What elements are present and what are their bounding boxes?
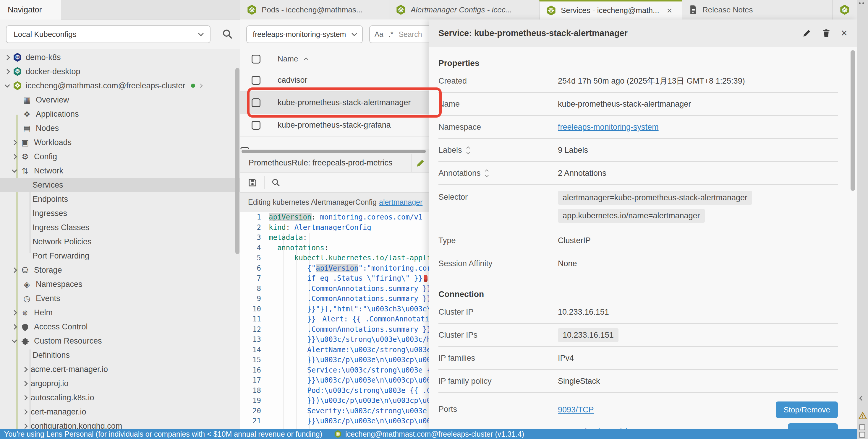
- list-toolbar: freeleaps-monitoring-system Aa .* Search: [240, 20, 429, 49]
- row-checkbox[interactable]: [252, 76, 260, 85]
- sidebar-item-network[interactable]: ⇅Network: [0, 164, 240, 178]
- chevron-right-icon: [11, 154, 17, 159]
- sidebar-item-helm[interactable]: ⎈Helm: [0, 305, 240, 319]
- tab-partial[interactable]: ☸: [832, 0, 857, 20]
- tab-bar: Navigator ☸ Pods - icecheng@mathmas... ☸…: [0, 0, 857, 20]
- match-case-toggle[interactable]: Aa: [375, 30, 383, 38]
- kubernetes-icon: ☸: [13, 67, 22, 76]
- sidebar-item-namespaces[interactable]: ◈Namespaces: [0, 277, 240, 291]
- forward-button[interactable]: Forward...: [788, 423, 838, 429]
- code-line: 16 Service:\u003c/strong\u003e {: [240, 365, 429, 375]
- code-line: 14 AlertName:\u003c/strong\u003e: [240, 345, 429, 355]
- table-row-partial[interactable]: kube-prometheus-stack-kube-state-metrics: [240, 136, 429, 149]
- sort-toggle-icon[interactable]: [486, 170, 488, 177]
- tab-release-notes[interactable]: Release Notes: [682, 0, 832, 20]
- sidebar-item-config[interactable]: ⚙Config: [0, 149, 240, 164]
- edit-rule-button[interactable]: [411, 154, 429, 172]
- document-icon: [689, 5, 698, 14]
- drawer-scrollbar[interactable]: [850, 50, 855, 191]
- row-checkbox[interactable]: [252, 121, 260, 130]
- sidebar-item-ingress-classes[interactable]: Ingress Classes: [0, 221, 240, 235]
- chevron-left-icon[interactable]: [860, 396, 864, 401]
- name-column-header[interactable]: Name: [278, 54, 298, 64]
- chevron-right-icon: [11, 310, 17, 315]
- sidebar-item-applications[interactable]: ❖Applications: [0, 107, 240, 121]
- edit-service-button[interactable]: [802, 28, 811, 38]
- sidebar-item-storage[interactable]: ⛁Storage: [0, 263, 240, 277]
- sidebar-item-port-forwarding[interactable]: Port Forwarding: [0, 249, 240, 263]
- sort-toggle-icon[interactable]: [467, 147, 469, 154]
- sidebar-item-argoproj[interactable]: argoproj.io: [0, 376, 240, 391]
- select-all-checkbox[interactable]: [252, 55, 260, 64]
- search-icon[interactable]: [222, 28, 233, 41]
- stop-remove-button[interactable]: Stop/Remove: [776, 402, 838, 418]
- sidebar-item-endpoints[interactable]: Endpoints: [0, 192, 240, 206]
- service-details-drawer: Service: kube-prometheus-stack-alertmana…: [429, 20, 857, 429]
- connection-heading: Connection: [438, 288, 838, 301]
- kubernetes-icon: ☸: [334, 430, 342, 438]
- delete-service-button[interactable]: [822, 28, 831, 38]
- scrollbar-thumb[interactable]: [242, 150, 426, 153]
- selector-badge: app.kubernetes.io/name=alertmanager: [558, 209, 705, 223]
- sidebar-item-nodes[interactable]: ▤Nodes: [0, 121, 240, 135]
- tab-services[interactable]: ☸ Services - icecheng@math... ×: [539, 0, 682, 20]
- editor-toolbar: [240, 172, 429, 193]
- sidebar-item-events[interactable]: ◷Events: [0, 291, 240, 305]
- storage-icon: ⛁: [20, 266, 30, 275]
- code-line: 15 }}\u003c/p\u003e\n\u003cp\u003: [240, 355, 429, 365]
- code-line: 10 }}"}],"html":"\u003ch3\u003e\u: [240, 304, 429, 314]
- sidebar-item-services[interactable]: Services: [0, 178, 240, 192]
- code-line: 4 annotations:: [240, 243, 429, 253]
- save-button[interactable]: [247, 177, 257, 188]
- alertmanager-config-link[interactable]: alertmanager: [379, 198, 423, 206]
- editor-search-button[interactable]: [271, 178, 281, 187]
- status-bar: You're using Lens Personal (for individu…: [0, 429, 857, 439]
- code-line: 5 kubectl.kubernetes.io/last-appli: [240, 253, 429, 263]
- horizontal-scrollbar[interactable]: [240, 149, 429, 154]
- selector-row: Selector alertmanager=kube-prometheus-st…: [438, 185, 838, 229]
- sidebar-item-custom-resources[interactable]: Custom Resources: [0, 334, 240, 348]
- divider: [264, 176, 265, 189]
- sidebar-item-access-control[interactable]: Access Control: [0, 319, 240, 334]
- chevron-right-icon: [22, 367, 28, 372]
- sidebar-scrollbar[interactable]: [235, 68, 240, 254]
- tab-alertmanager-configs[interactable]: ☸ Alertmanager Configs - icec...: [389, 0, 539, 20]
- yaml-editor[interactable]: 1apiVersion: monitoring.coreos.com/v1 2k…: [240, 212, 429, 429]
- kubeconfig-selector[interactable]: Local Kubeconfigs: [6, 25, 211, 43]
- sidebar-item-configuration-konghq[interactable]: configuration.konghq.com: [0, 419, 240, 429]
- chevron-right-icon: [11, 267, 17, 273]
- sidebar-item-overview[interactable]: ▦Overview: [0, 93, 240, 107]
- table-row[interactable]: cadvisor: [240, 69, 429, 92]
- search-input[interactable]: Aa .* Search: [369, 25, 429, 43]
- tab-close-icon[interactable]: ×: [667, 6, 672, 16]
- row-checkbox[interactable]: [240, 147, 249, 149]
- widget-box: [859, 432, 865, 438]
- regex-toggle[interactable]: .*: [389, 30, 393, 38]
- sidebar-item-workloads[interactable]: ▣Workloads: [0, 135, 240, 149]
- sidebar-item-docker-desktop[interactable]: ☸docker-desktop: [0, 64, 240, 78]
- code-line: 21 }}\u003c/p\u003e\n\u003cp\u003: [240, 416, 429, 426]
- tab-pods[interactable]: ☸ Pods - icecheng@mathmas...: [240, 0, 389, 20]
- namespace-row: Namespace freeleaps-monitoring-system: [438, 116, 838, 139]
- port-link-9093[interactable]: 9093/TCP: [558, 405, 594, 414]
- editing-banner: Editing kubernetes AlertmanagerConfig al…: [240, 193, 429, 212]
- sidebar-item-definitions[interactable]: Definitions: [0, 348, 240, 362]
- sidebar-item-freeleaps-cluster[interactable]: ☸icecheng@mathmast.com@freeleaps-cluster: [0, 78, 240, 93]
- sidebar-item-acme-cert-manager[interactable]: acme.cert-manager.io: [0, 362, 240, 376]
- kubernetes-icon: ☸: [396, 5, 406, 15]
- namespace-link[interactable]: freeleaps-monitoring-system: [558, 123, 659, 131]
- namespaces-icon: ◈: [22, 280, 32, 289]
- namespace-selector[interactable]: freeleaps-monitoring-system: [246, 25, 363, 43]
- sidebar-item-autoscaling[interactable]: autoscaling.k8s.io: [0, 391, 240, 405]
- shield-icon: [20, 322, 30, 332]
- sidebar-item-ingresses[interactable]: Ingresses: [0, 206, 240, 221]
- sidebar-item-network-policies[interactable]: Network Policies: [0, 235, 240, 249]
- chevron-down-icon: [11, 167, 17, 172]
- active-cluster-chip[interactable]: ☸ icecheng@mathmast.com@freeleaps-cluste…: [334, 430, 524, 438]
- drawer-close-icon[interactable]: ×: [841, 27, 847, 39]
- table-row-alertmanager[interactable]: kube-prometheus-stack-alertmanager: [240, 92, 429, 114]
- row-checkbox[interactable]: [252, 98, 260, 107]
- sidebar-item-cert-manager[interactable]: cert-manager.io: [0, 405, 240, 419]
- table-row[interactable]: kube-prometheus-stack-grafana: [240, 114, 429, 136]
- sidebar-item-demo-k8s[interactable]: ☸demo-k8s: [0, 50, 240, 64]
